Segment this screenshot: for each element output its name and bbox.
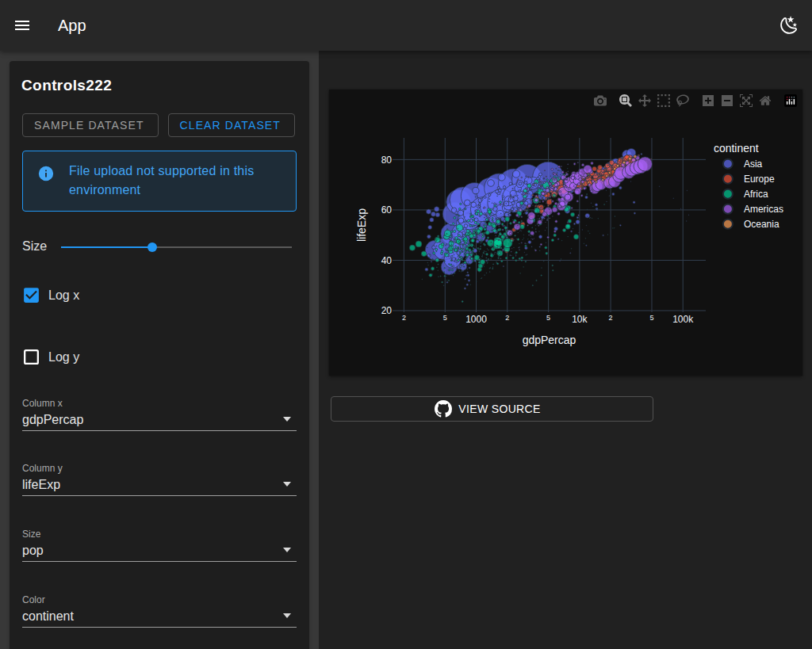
svg-text:5: 5 [546,314,550,322]
svg-text:2: 2 [402,314,406,322]
svg-text:100k: 100k [672,314,694,325]
svg-text:20: 20 [381,305,393,316]
svg-text:80: 80 [381,155,393,166]
svg-text:gdpPercap: gdpPercap [523,334,576,346]
svg-text:5: 5 [443,314,447,322]
svg-text:continent: continent [714,142,759,155]
svg-text:60: 60 [381,204,393,216]
svg-text:2: 2 [505,314,509,322]
svg-text:2: 2 [609,314,613,322]
svg-text:10k: 10k [572,314,588,325]
svg-text:1000: 1000 [465,314,487,325]
svg-text:lifeExp: lifeExp [355,208,368,242]
svg-text:40: 40 [381,255,393,266]
svg-text:5: 5 [649,314,653,322]
